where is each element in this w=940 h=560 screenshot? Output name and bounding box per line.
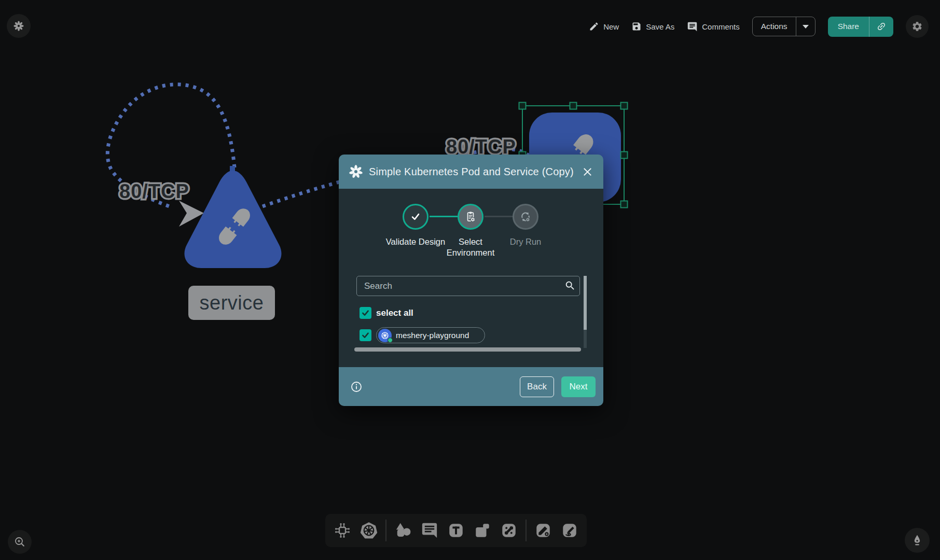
share-split-button: Share bbox=[828, 17, 893, 37]
share-button[interactable]: Share bbox=[828, 17, 869, 37]
step-label-dry-run: Dry Run bbox=[494, 236, 557, 247]
meshery-design-canvas-page: 80/TCP 80/TCP service New Save As bbox=[0, 0, 940, 560]
text-tool-icon bbox=[447, 521, 465, 540]
service-node-label: service bbox=[188, 286, 275, 320]
note-icon bbox=[473, 521, 492, 540]
connection-status-dot bbox=[388, 338, 393, 343]
clipboard-gear-icon bbox=[464, 210, 477, 223]
pen-tool[interactable] bbox=[533, 521, 553, 540]
back-button[interactable]: Back bbox=[520, 376, 554, 397]
checkmark-icon bbox=[361, 309, 370, 317]
step-label-select-environment: Select Environment bbox=[439, 236, 502, 258]
media-tool[interactable] bbox=[473, 521, 492, 540]
meshery-pinwheel-icon bbox=[349, 165, 363, 178]
link-siblings-tool[interactable] bbox=[499, 521, 519, 540]
next-button[interactable]: Next bbox=[561, 376, 596, 397]
modal-body: Validate Design Select Environment Dry R… bbox=[339, 189, 603, 367]
text-tool[interactable] bbox=[446, 521, 466, 540]
annotation-pen-button[interactable] bbox=[905, 528, 930, 553]
step-select-environment[interactable] bbox=[458, 204, 483, 230]
comments-label: Comments bbox=[702, 22, 740, 31]
modal-footer: Back Next bbox=[339, 367, 603, 406]
zoom-in-button[interactable] bbox=[8, 530, 32, 554]
step-dry-run[interactable] bbox=[513, 204, 538, 230]
pen-tool-icon bbox=[534, 521, 552, 540]
kubernetes-wheel-icon bbox=[360, 521, 378, 540]
deploy-design-modal: Simple Kubernetes Pod and Service (Copy) bbox=[339, 155, 603, 406]
kubernetes-icon bbox=[378, 329, 392, 342]
kubernetes-tool[interactable] bbox=[359, 521, 379, 540]
pencil-scribble-icon bbox=[560, 521, 579, 540]
node-port-handle[interactable] bbox=[230, 166, 235, 171]
step-validate-design[interactable] bbox=[403, 204, 428, 230]
actions-button[interactable]: Actions bbox=[753, 17, 796, 36]
top-toolbar: New Save As Comments Actions Share bbox=[589, 16, 929, 37]
dock-divider bbox=[526, 520, 527, 541]
modal-header: Simple Kubernetes Pod and Service (Copy) bbox=[339, 155, 603, 189]
shapes-icon bbox=[394, 521, 412, 540]
service-triangle-node[interactable] bbox=[185, 166, 282, 268]
step-label-validate-design: Validate Design bbox=[384, 236, 447, 247]
actions-dropdown-toggle[interactable] bbox=[796, 17, 815, 36]
environment-search bbox=[356, 276, 580, 296]
components-tool[interactable] bbox=[333, 521, 352, 540]
comment-icon bbox=[687, 21, 698, 32]
comment-icon bbox=[421, 522, 438, 539]
close-icon[interactable] bbox=[582, 166, 593, 177]
stepper-connector-done bbox=[430, 216, 458, 217]
comment-tool[interactable] bbox=[420, 521, 439, 540]
pen-nib-icon bbox=[910, 534, 924, 547]
meshery-logo-button[interactable] bbox=[7, 14, 31, 38]
new-label: New bbox=[603, 22, 619, 31]
comments-button[interactable]: Comments bbox=[687, 21, 740, 32]
canvas-tool-dock bbox=[325, 514, 587, 547]
stepper-connector-pending bbox=[485, 216, 513, 217]
caret-down-icon bbox=[803, 25, 809, 29]
new-button[interactable]: New bbox=[589, 21, 619, 32]
search-input[interactable] bbox=[356, 276, 580, 296]
pencil-icon bbox=[589, 21, 599, 32]
checkmark-icon bbox=[361, 331, 370, 340]
zoom-in-magnifier-icon bbox=[13, 536, 26, 548]
vertical-scrollbar[interactable] bbox=[584, 276, 587, 348]
check-icon bbox=[409, 210, 422, 223]
info-icon[interactable] bbox=[350, 381, 363, 393]
search-icon[interactable] bbox=[564, 280, 576, 291]
environment-chip[interactable]: meshery-playground bbox=[376, 327, 485, 343]
sync-gear-icon bbox=[519, 210, 532, 223]
select-all-label: select all bbox=[376, 308, 413, 318]
gear-icon bbox=[911, 21, 923, 32]
horizontal-scrollbar[interactable] bbox=[354, 347, 581, 352]
modal-title: Simple Kubernetes Pod and Service (Copy) bbox=[369, 166, 582, 178]
save-as-label: Save As bbox=[646, 22, 674, 31]
siblings-link-icon bbox=[500, 521, 518, 540]
floppy-save-icon bbox=[631, 21, 642, 32]
edge-port-label: 80/TCP bbox=[119, 180, 189, 203]
actions-split-button: Actions bbox=[752, 17, 815, 36]
save-as-button[interactable]: Save As bbox=[631, 21, 674, 32]
shapes-tool[interactable] bbox=[393, 521, 413, 540]
chip-circuit-icon bbox=[333, 521, 352, 540]
dock-divider bbox=[385, 520, 386, 541]
link-icon bbox=[876, 21, 887, 32]
vertical-scrollbar-thumb[interactable] bbox=[584, 276, 587, 330]
copy-link-button[interactable] bbox=[869, 17, 893, 37]
environment-name: meshery-playground bbox=[396, 331, 469, 340]
settings-button[interactable] bbox=[906, 15, 929, 38]
environment-checkbox[interactable] bbox=[360, 329, 371, 341]
select-all-checkbox[interactable] bbox=[360, 307, 371, 319]
meshery-pinwheel-icon bbox=[13, 21, 24, 31]
freehand-draw-tool[interactable] bbox=[560, 521, 579, 540]
